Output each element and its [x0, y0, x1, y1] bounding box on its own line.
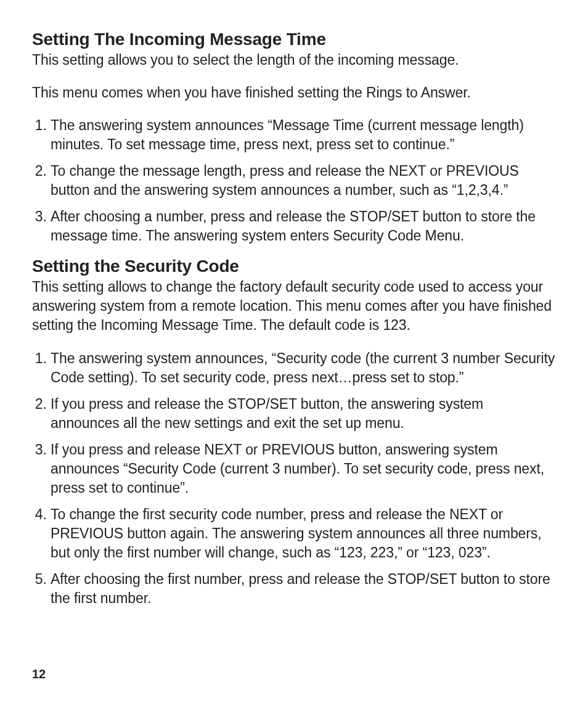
list-item: After choosing a number, press and relea… [51, 207, 556, 245]
body-paragraph: This setting allows you to select the le… [32, 51, 556, 70]
body-paragraph: This menu comes when you have finished s… [32, 83, 556, 102]
body-paragraph: This setting allows to change the factor… [32, 277, 556, 335]
list-item: If you press and release NEXT or PREVIOU… [51, 440, 556, 498]
page-number: 12 [32, 667, 46, 681]
section-heading-incoming-message-time: Setting The Incoming Message Time [32, 30, 556, 49]
list-item: To change the first security code number… [51, 505, 556, 562]
ordered-list-security-code: The answering system announces, “Securit… [32, 349, 556, 609]
list-item: To change the message length, press and … [51, 162, 556, 200]
list-item: The answering system announces, “Securit… [51, 349, 556, 387]
list-item: After choosing the first number, press a… [51, 570, 556, 608]
ordered-list-message-time: The answering system announces “Message … [32, 116, 556, 245]
list-item: If you press and release the STOP/SET bu… [51, 395, 556, 433]
section-heading-security-code: Setting the Security Code [32, 257, 556, 276]
list-item: The answering system announces “Message … [51, 116, 556, 154]
